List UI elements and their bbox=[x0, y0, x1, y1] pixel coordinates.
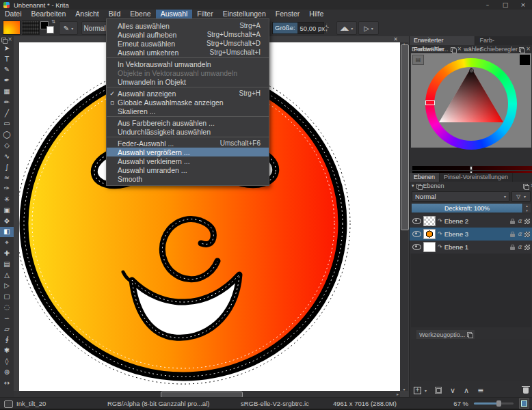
opacity-spinner[interactable]: ▴ ▾ bbox=[522, 204, 531, 213]
hue-marker[interactable] bbox=[425, 100, 435, 105]
maximize-button[interactable]: □ bbox=[496, 0, 514, 10]
mirror-view-button[interactable]: ◢◣ ▾ bbox=[336, 21, 357, 35]
pattern-swatch[interactable] bbox=[22, 20, 40, 35]
move-layer-up-button[interactable]: ∧ bbox=[464, 386, 469, 395]
foreground-background-colors[interactable]: ⇅ bbox=[40, 20, 55, 33]
menu-item[interactable]: Objekte in Vektorauswahl umwandeln bbox=[107, 68, 269, 77]
opacity-slider[interactable]: Deckkraft: 100% bbox=[412, 204, 522, 213]
inherit-alpha-icon[interactable] bbox=[524, 245, 530, 250]
vertical-scrollbar[interactable]: ▴ ▾ bbox=[400, 42, 408, 391]
tool-options-docker-tab[interactable]: Werkzeugoptio... bbox=[416, 330, 475, 339]
menubar-item[interactable]: Ansicht bbox=[70, 10, 103, 18]
add-layer-button[interactable]: + ▾ bbox=[414, 387, 427, 394]
layer-thumbnail[interactable] bbox=[423, 216, 436, 226]
layer-thumbnail[interactable] bbox=[423, 229, 436, 239]
tool-button[interactable]: ✒ bbox=[0, 75, 14, 86]
layer-row[interactable]: ↷ Ebene 3 α bbox=[410, 228, 532, 241]
menubar-item[interactable]: Ebene bbox=[125, 10, 155, 18]
menu-item[interactable]: Umwandeln in Objekt bbox=[107, 77, 269, 87]
tool-button[interactable]: ▢ bbox=[0, 291, 14, 302]
tool-button[interactable]: ✥ bbox=[0, 216, 14, 227]
menubar-item[interactable]: Bild bbox=[104, 10, 126, 18]
layer-properties-button[interactable]: ≡ bbox=[477, 386, 483, 395]
float-docker-icon[interactable] bbox=[519, 47, 524, 52]
spin-down-icon[interactable]: ▾ bbox=[523, 208, 531, 213]
tool-button[interactable]: ∽ bbox=[0, 313, 14, 324]
menu-item[interactable]: Auswahl vergrößern ... bbox=[107, 148, 269, 156]
tool-button[interactable]: T bbox=[0, 54, 14, 65]
move-layer-down-button[interactable]: ∨ bbox=[450, 386, 455, 395]
tool-button[interactable]: ✑ bbox=[0, 183, 14, 194]
tool-button[interactable]: ✚ bbox=[0, 248, 14, 259]
tool-button[interactable]: ∿ bbox=[0, 151, 14, 162]
brush-preset-name[interactable]: Ink_tilt_20 bbox=[16, 400, 46, 407]
tool-button[interactable]: ∫ bbox=[0, 162, 14, 173]
tool-button[interactable]: ▣ bbox=[0, 205, 14, 216]
menu-item[interactable]: In Vektorauswahl umwandeln bbox=[107, 59, 269, 68]
docker-tab[interactable]: Ebenen bbox=[410, 173, 440, 182]
duplicate-layer-button[interactable] bbox=[435, 387, 442, 394]
blending-mode-dropdown[interactable]: Normal bbox=[81, 21, 108, 35]
detach-canvas-icon[interactable]: ✕ bbox=[393, 36, 398, 42]
menu-item[interactable]: ▫ Globale Auswahlmaske anzeigen bbox=[107, 98, 269, 107]
scroll-down-icon[interactable]: ▾ bbox=[400, 387, 408, 392]
menubar-item[interactable]: Hilfe bbox=[304, 10, 328, 18]
background-color[interactable] bbox=[46, 26, 54, 33]
tool-button[interactable]: ✎ bbox=[0, 65, 14, 76]
docker-tab[interactable]: Pinsel-Voreinstellungen bbox=[440, 173, 513, 182]
tool-button[interactable]: ✱ bbox=[0, 345, 14, 356]
tool-button[interactable]: ↔ bbox=[0, 378, 14, 389]
color-mode-label[interactable]: RGB/Alpha (8-bit Ganzzahl pro...al) bbox=[107, 400, 209, 407]
docker-tab[interactable]: Farb-Schieberegler bbox=[475, 36, 532, 45]
tool-button[interactable]: ◯ bbox=[0, 129, 14, 140]
float-docker-icon[interactable] bbox=[523, 184, 528, 189]
alpha-lock-icon[interactable]: α bbox=[518, 244, 522, 250]
tool-button[interactable]: ▤ bbox=[0, 259, 14, 270]
menu-item[interactable]: Auswahl umkehren Strg+Umschalt+I bbox=[107, 48, 269, 58]
alpha-lock-icon[interactable]: α bbox=[518, 231, 522, 237]
tool-button[interactable]: ≈ bbox=[0, 173, 14, 184]
hue-ring[interactable] bbox=[425, 58, 517, 150]
wraparound-mode-button[interactable]: ▷ ▾ bbox=[358, 21, 379, 35]
lock-icon[interactable] bbox=[510, 221, 515, 224]
zoom-percentage[interactable]: 67 % bbox=[453, 400, 468, 407]
menu-item[interactable]: Alles auswählen Strg+A bbox=[107, 21, 269, 30]
tool-button[interactable]: ◇ bbox=[0, 140, 14, 151]
tool-button[interactable]: ∮ bbox=[0, 335, 14, 346]
menubar-item[interactable]: Filter bbox=[192, 10, 217, 18]
menubar-item[interactable]: Einstellungen bbox=[218, 10, 271, 18]
close-icon[interactable]: × bbox=[8, 37, 12, 42]
float-docker-icon[interactable] bbox=[467, 332, 472, 337]
menu-item[interactable]: ✓ Auswahl anzeigen Strg+H bbox=[107, 89, 269, 98]
zoom-slider-knob[interactable] bbox=[496, 400, 501, 407]
gradient-swatch[interactable] bbox=[3, 20, 21, 35]
layer-row[interactable]: ↷ Ebene 2 α bbox=[410, 215, 532, 228]
tool-button[interactable]: ▭ bbox=[0, 119, 14, 130]
color-selector-settings-button[interactable]: ▤ bbox=[412, 55, 424, 65]
tool-button[interactable]: ▦ bbox=[0, 86, 14, 97]
lock-icon[interactable] bbox=[510, 247, 515, 250]
menubar-item[interactable]: Auswahl bbox=[156, 10, 193, 18]
menu-item[interactable]: Smooth bbox=[107, 174, 269, 183]
close-icon[interactable]: × bbox=[526, 46, 531, 52]
menubar-item[interactable]: Fenster bbox=[271, 10, 305, 18]
tool-button[interactable]: △ bbox=[0, 270, 14, 281]
layer-row[interactable]: ↷ Ebene 1 α bbox=[410, 241, 532, 254]
inherit-alpha-icon[interactable] bbox=[524, 232, 530, 237]
docker-tab[interactable]: Erweiterter Farbwähler bbox=[410, 36, 475, 45]
sv-cursor[interactable] bbox=[469, 68, 474, 73]
lock-icon[interactable] bbox=[510, 234, 515, 237]
menubar-item[interactable]: Bearbeiten bbox=[27, 10, 71, 18]
color-profile-label[interactable]: sRGB-elle-V2-srgbtrc.ic bbox=[241, 400, 309, 407]
tool-button[interactable]: ➤ bbox=[0, 43, 14, 54]
scroll-right-icon[interactable]: ▸ bbox=[397, 391, 399, 397]
inherit-alpha-icon[interactable] bbox=[524, 219, 530, 224]
tool-button[interactable]: ⊕ bbox=[0, 367, 14, 378]
menu-item[interactable]: Undurchlässigkeit auswählen bbox=[107, 127, 269, 137]
tool-button[interactable]: ✳ bbox=[0, 194, 14, 205]
layer-thumbnail[interactable] bbox=[423, 242, 436, 252]
tool-button[interactable]: ◊ bbox=[0, 356, 14, 367]
layer-blend-mode-dropdown[interactable]: Normal ▾ bbox=[412, 191, 509, 202]
tool-button[interactable]: ╱ bbox=[0, 108, 14, 119]
float-docker-icon[interactable] bbox=[1, 38, 6, 42]
